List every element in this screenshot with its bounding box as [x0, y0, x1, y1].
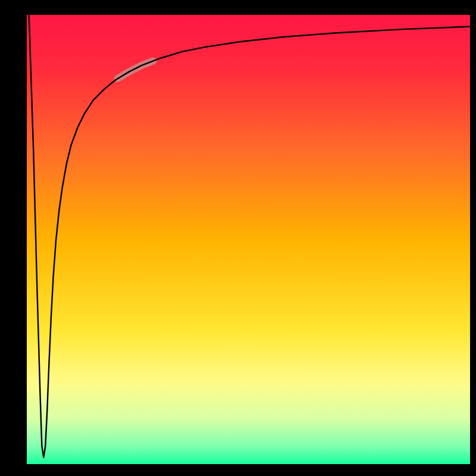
plot-svg: [27, 15, 470, 464]
frame-top: [0, 0, 476, 15]
plot-area: [27, 15, 470, 464]
frame-left: [0, 0, 27, 476]
gradient-background: [27, 15, 470, 464]
chart-stage: TheBottlenecker.com: [0, 0, 476, 476]
frame-bottom: [0, 464, 476, 476]
frame-right: [470, 0, 476, 476]
